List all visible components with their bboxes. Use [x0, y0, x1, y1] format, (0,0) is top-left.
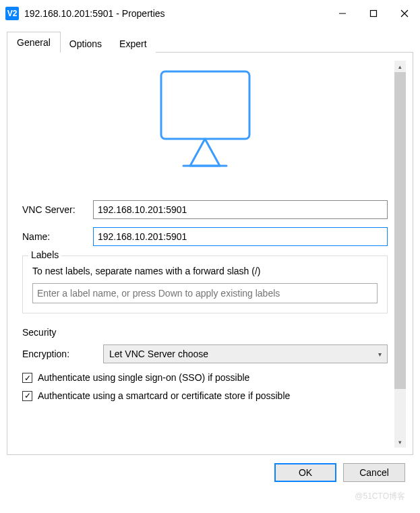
labels-fieldset: Labels To nest labels, separate names wi… — [22, 255, 388, 313]
labels-helper-text: To nest labels, separate names with a fo… — [32, 266, 378, 276]
tab-general[interactable]: General — [7, 32, 61, 53]
scroll-down-icon[interactable]: ▾ — [394, 436, 406, 448]
vertical-scrollbar[interactable]: ▴ ▾ — [394, 61, 406, 448]
labels-legend: Labels — [28, 249, 61, 260]
window-title: 192.168.10.201:5901 - Properties — [24, 8, 327, 19]
sso-checkbox[interactable]: ✓ — [22, 373, 32, 383]
labels-input[interactable] — [32, 283, 378, 303]
encryption-select[interactable]: Let VNC Server choose ▾ — [103, 344, 388, 363]
scroll-up-icon[interactable]: ▴ — [394, 61, 406, 72]
app-icon: V2 — [5, 7, 19, 20]
encryption-value: Let VNC Server choose — [109, 349, 208, 359]
tab-strip: General Options Expert — [7, 31, 413, 52]
smartcard-checkbox-label: Authenticate using a smartcard or certif… — [38, 390, 388, 402]
smartcard-checkbox[interactable]: ✓ — [22, 391, 32, 401]
name-input[interactable] — [93, 227, 388, 246]
svg-rect-1 — [371, 11, 377, 17]
window-controls — [327, 0, 420, 27]
vnc-server-input[interactable] — [93, 200, 388, 219]
security-section: Security Encryption: Let VNC Server choo… — [22, 327, 388, 402]
vnc-server-label: VNC Server: — [22, 204, 93, 215]
dialog-button-bar: OK Cancel — [7, 455, 413, 482]
encryption-label: Encryption: — [22, 349, 103, 359]
maximize-button[interactable] — [358, 0, 389, 27]
name-label: Name: — [22, 231, 93, 242]
watermark-text: @51CTO博客 — [355, 491, 405, 502]
tab-panel-general: VNC Server: Name: Labels To nest labels,… — [7, 52, 413, 455]
tab-expert[interactable]: Expert — [111, 33, 155, 54]
tab-options[interactable]: Options — [61, 33, 111, 54]
close-button[interactable] — [389, 0, 420, 27]
svg-rect-4 — [161, 71, 249, 139]
security-title: Security — [22, 327, 388, 338]
monitor-icon — [146, 65, 264, 183]
scrollbar-thumb[interactable] — [394, 72, 406, 389]
chevron-down-icon: ▾ — [378, 351, 382, 358]
titlebar: V2 192.168.10.201:5901 - Properties — [0, 0, 420, 27]
ok-button[interactable]: OK — [274, 463, 336, 482]
sso-checkbox-label: Authenticate using single sign-on (SSO) … — [38, 371, 388, 384]
cancel-button[interactable]: Cancel — [343, 463, 405, 482]
minimize-button[interactable] — [327, 0, 358, 27]
